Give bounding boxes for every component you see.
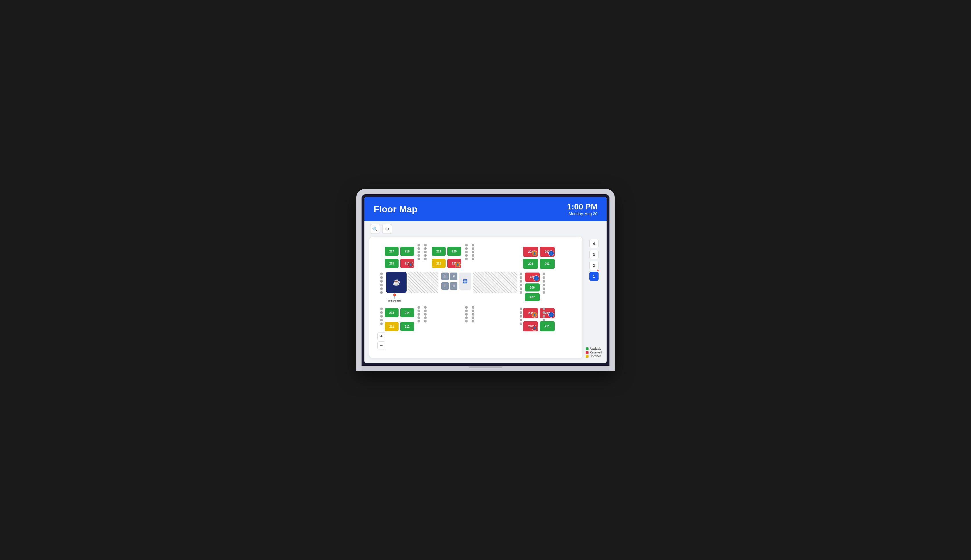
pillar-group-3 xyxy=(465,244,468,260)
zoom-out-button[interactable]: − xyxy=(377,342,385,350)
desk-205[interactable]: 205 👤 xyxy=(525,273,540,282)
legend-reserved-label: Reserved xyxy=(590,351,602,354)
legend-checkin-label: Check-in xyxy=(590,355,601,358)
desk-208[interactable]: 208 👤 xyxy=(523,308,538,318)
laptop-screen: Floor Map 1:00 PM Monday, Aug 20 🔍 ⚙ xyxy=(364,197,607,363)
desk-202[interactable]: 202 👤 xyxy=(540,247,555,257)
laptop-outer: Floor Map 1:00 PM Monday, Aug 20 🔍 ⚙ xyxy=(356,189,615,371)
zoom-in-button[interactable]: + xyxy=(377,332,385,340)
header-time: 1:00 PM xyxy=(567,202,597,212)
legend-checkin: Check-in xyxy=(586,355,602,358)
pillar-group-2 xyxy=(424,244,427,260)
location-pin-icon: 📍 xyxy=(391,293,398,300)
locker-3: 🗄 xyxy=(441,282,449,290)
you-are-here-label: You are here xyxy=(388,300,401,302)
pillar-group-4 xyxy=(472,244,474,260)
header-datetime: 1:00 PM Monday, Aug 20 xyxy=(567,202,597,216)
desk-209[interactable]: 209 👤 xyxy=(540,308,555,318)
zoom-controls: + − xyxy=(377,332,385,350)
desk-211-left[interactable]: 211 xyxy=(385,322,399,331)
legend-reserved: Reserved xyxy=(586,351,602,354)
legend: Available Reserved Check-in xyxy=(586,342,602,358)
pillar-group-right-bot xyxy=(520,308,522,325)
desk-220[interactable]: 220 xyxy=(447,247,461,256)
legend-available-label: Available xyxy=(590,347,601,350)
floor-map: 217 218 xyxy=(374,242,578,353)
desk-210[interactable]: 210 👤 xyxy=(523,321,538,332)
locker-4: 🗄 xyxy=(450,282,457,290)
map-container: 217 218 xyxy=(369,237,583,358)
desk-222[interactable]: 222 👤 xyxy=(447,259,461,268)
legend-available: Available xyxy=(586,347,602,350)
desk-206[interactable]: 206 xyxy=(525,283,540,292)
bathroom-area: 🚻 xyxy=(459,273,471,290)
pillar-group-far-right-mid xyxy=(542,273,545,294)
you-are-here-marker: 📍 You are here xyxy=(388,293,401,302)
pillar-group-right-mid xyxy=(520,273,522,294)
laptop-base xyxy=(362,366,609,371)
desk-213[interactable]: 213 xyxy=(385,308,399,317)
laptop-screen-bezel: Floor Map 1:00 PM Monday, Aug 20 🔍 ⚙ xyxy=(362,194,609,366)
coffee-area: ☕ xyxy=(386,272,407,293)
laptop-wrapper: Floor Map 1:00 PM Monday, Aug 20 🔍 ⚙ xyxy=(356,189,615,371)
hatched-left xyxy=(408,272,439,293)
floor-1-button[interactable]: 1 xyxy=(589,272,599,281)
locker-1: 🗄 xyxy=(441,273,449,280)
desk-216[interactable]: 216 👤 xyxy=(400,259,414,268)
header-date: Monday, Aug 20 xyxy=(567,212,597,216)
floor-4-button[interactable]: 4 xyxy=(589,239,599,248)
pillar-group-left-mid xyxy=(380,273,383,294)
pillar-group-bot-c4 xyxy=(472,306,474,322)
desk-218[interactable]: 218 xyxy=(400,247,414,256)
pillar-group-bot-c1 xyxy=(417,306,420,322)
header: Floor Map 1:00 PM Monday, Aug 20 xyxy=(364,197,607,221)
pillar-group-1 xyxy=(417,244,420,260)
desk-215[interactable]: 215 xyxy=(385,259,399,268)
toolbar: 🔍 ⚙ xyxy=(364,221,607,237)
desk-204[interactable]: 204 xyxy=(523,259,538,269)
pillar-group-left-bot xyxy=(380,308,383,325)
desk-211-right[interactable]: 211 xyxy=(540,321,555,332)
floor-2-button[interactable]: 2 xyxy=(589,261,599,270)
filter-button[interactable]: ⚙ xyxy=(382,224,392,234)
locker-2: 🗄 xyxy=(450,273,457,280)
pillar-group-bot-c3 xyxy=(465,306,468,322)
pillar-group-bot-c2 xyxy=(424,306,427,322)
desk-212[interactable]: 212 xyxy=(400,322,414,331)
right-panel: 4 3 2 1 Available Reserved xyxy=(586,237,602,358)
search-button[interactable]: 🔍 xyxy=(370,224,380,234)
hatched-right xyxy=(473,272,517,293)
main-content: 217 218 xyxy=(364,237,607,363)
desk-217[interactable]: 217 xyxy=(385,247,399,256)
page-title: Floor Map xyxy=(374,204,417,215)
desk-219[interactable]: 219 xyxy=(432,247,445,256)
floor-3-button[interactable]: 3 xyxy=(589,250,599,259)
desk-221[interactable]: 221 xyxy=(432,259,445,268)
desk-203[interactable]: 203 xyxy=(540,259,555,269)
desk-207[interactable]: 207 xyxy=(525,293,540,301)
desk-201[interactable]: 201 👤 xyxy=(523,247,538,257)
desk-214[interactable]: 214 xyxy=(400,308,414,317)
